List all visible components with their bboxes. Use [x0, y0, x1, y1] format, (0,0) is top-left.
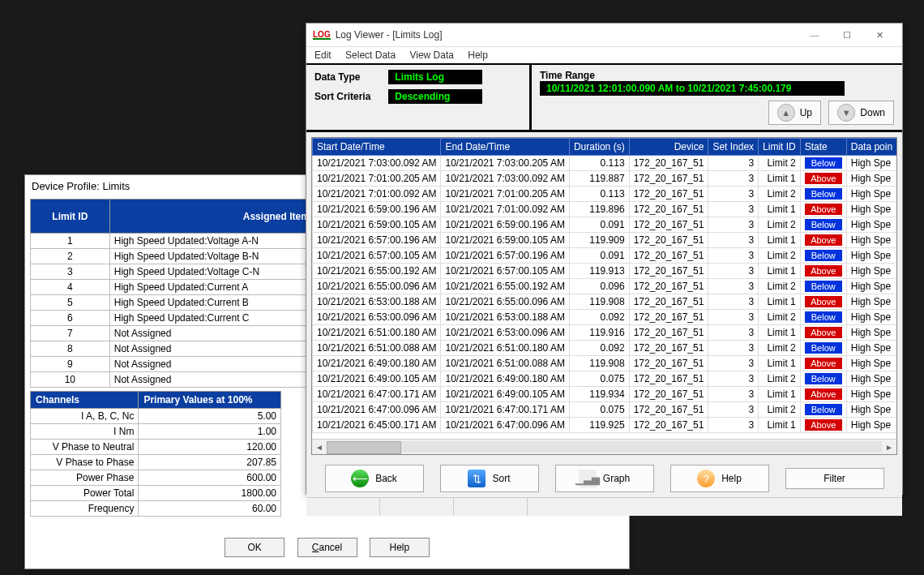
- channels-row[interactable]: V Phase to Neutral120.00: [31, 440, 281, 455]
- state-badge: Below: [805, 342, 842, 354]
- menu-select-data[interactable]: Select Data: [345, 49, 396, 61]
- log-row[interactable]: 10/21/2021 6:51:00.088 AM10/21/2021 6:51…: [313, 341, 897, 356]
- state-badge: Above: [805, 234, 842, 246]
- toolbar-help-button[interactable]: ? Help: [670, 465, 769, 492]
- state-badge: Above: [805, 419, 842, 431]
- time-range-value: 10/11/2021 12:01:00.090 AM to 10/21/2021…: [540, 81, 845, 96]
- sort-criteria-value: Descending: [388, 89, 482, 104]
- col-start[interactable]: Start Date/Time: [313, 139, 441, 156]
- col-data-point[interactable]: Data poin: [846, 139, 896, 156]
- down-label: Down: [860, 107, 885, 118]
- log-row[interactable]: 10/21/2021 6:51:00.180 AM10/21/2021 6:53…: [313, 325, 897, 341]
- menubar: Edit Select Data View Data Help: [306, 47, 902, 65]
- state-badge: Above: [805, 327, 842, 338]
- state-badge: Above: [805, 388, 842, 400]
- scroll-thumb[interactable]: [327, 441, 401, 454]
- log-viewer-window: LOG Log Viewer - [Limits Log] — ☐ ✕ Edit…: [306, 23, 903, 495]
- col-channels[interactable]: Channels: [31, 392, 139, 409]
- scroll-right-icon[interactable]: ►: [882, 443, 896, 452]
- channels-row[interactable]: Frequency60.00: [31, 501, 281, 517]
- cancel-button[interactable]: CCancelancel: [297, 538, 357, 557]
- back-button[interactable]: ⟵ Back: [325, 465, 424, 492]
- col-device[interactable]: Device: [629, 139, 708, 156]
- menu-edit[interactable]: Edit: [314, 49, 332, 61]
- log-row[interactable]: 10/21/2021 6:57:00.105 AM10/21/2021 6:57…: [313, 248, 897, 264]
- state-badge: Below: [805, 157, 842, 169]
- log-row[interactable]: 10/21/2021 7:01:00.205 AM10/21/2021 7:03…: [313, 171, 897, 187]
- log-row[interactable]: 10/21/2021 6:47:00.096 AM10/21/2021 6:47…: [313, 402, 897, 418]
- ok-button[interactable]: OK: [225, 538, 284, 557]
- channels-row[interactable]: I Nm1.00: [31, 424, 281, 440]
- state-badge: Below: [805, 311, 842, 323]
- titlebar: LOG Log Viewer - [Limits Log] — ☐ ✕: [306, 24, 902, 47]
- data-type-label: Data Type: [314, 71, 386, 83]
- log-row[interactable]: 10/21/2021 6:49:00.105 AM10/21/2021 6:49…: [313, 371, 897, 387]
- channels-row[interactable]: Power Total1800.00: [31, 486, 281, 501]
- log-row[interactable]: 10/21/2021 6:45:00.171 AM10/21/2021 6:47…: [313, 418, 897, 433]
- state-badge: Above: [805, 265, 842, 277]
- up-label: Up: [800, 107, 812, 118]
- state-badge: Above: [805, 296, 842, 307]
- state-badge: Above: [805, 173, 842, 184]
- filter-button[interactable]: Filter: [785, 468, 884, 489]
- close-icon[interactable]: ✕: [863, 30, 896, 41]
- sort-button[interactable]: ⇅ Sort: [440, 465, 539, 492]
- col-duration[interactable]: Duration (s): [569, 139, 629, 156]
- data-type-value: Limits Log: [388, 70, 482, 84]
- state-badge: Below: [805, 188, 842, 200]
- log-row[interactable]: 10/21/2021 6:47:00.171 AM10/21/2021 6:49…: [313, 387, 897, 402]
- log-row[interactable]: 10/21/2021 6:53:00.188 AM10/21/2021 6:55…: [313, 294, 897, 310]
- state-badge: Below: [805, 404, 842, 415]
- log-row[interactable]: 10/21/2021 6:49:00.180 AM10/21/2021 6:51…: [313, 356, 897, 371]
- help-button[interactable]: Help: [370, 538, 430, 557]
- menu-view-data[interactable]: View Data: [409, 49, 453, 61]
- log-row[interactable]: 10/21/2021 6:55:00.096 AM10/21/2021 6:55…: [313, 279, 897, 294]
- graph-icon: ▁▃▅: [579, 470, 597, 487]
- log-row[interactable]: 10/21/2021 6:53:00.096 AM10/21/2021 6:53…: [313, 310, 897, 325]
- scroll-track[interactable]: [327, 441, 882, 453]
- channels-row[interactable]: I A, B, C, Nc5.00: [31, 409, 281, 424]
- channels-table: Channels Primary Values at 100% I A, B, …: [30, 391, 281, 517]
- state-badge: Below: [805, 373, 842, 384]
- statusbar: [306, 497, 902, 516]
- col-limit-id[interactable]: Limit ID: [759, 139, 801, 156]
- up-button[interactable]: ▲ Up: [768, 101, 821, 125]
- down-button[interactable]: ▼ Down: [828, 101, 894, 125]
- col-end[interactable]: End Date/Time: [441, 139, 569, 156]
- help-icon: ?: [697, 470, 715, 487]
- arrow-up-icon: ▲: [777, 104, 795, 122]
- log-grid[interactable]: Start Date/Time End Date/Time Duration (…: [312, 138, 897, 433]
- horizontal-scrollbar[interactable]: ◄ ►: [312, 439, 896, 454]
- sort-icon: ⇅: [468, 470, 486, 487]
- back-arrow-icon: ⟵: [351, 470, 369, 487]
- col-primary-values[interactable]: Primary Values at 100%: [139, 392, 281, 409]
- state-badge: Below: [805, 219, 842, 230]
- channels-row[interactable]: V Phase to Phase207.85: [31, 455, 281, 470]
- log-grid-container: Start Date/Time End Date/Time Duration (…: [311, 137, 897, 455]
- minimize-icon[interactable]: —: [798, 30, 831, 40]
- window-title: Log Viewer - [Limits Log]: [336, 29, 443, 41]
- menu-help[interactable]: Help: [468, 49, 488, 61]
- col-set-index[interactable]: Set Index: [708, 139, 759, 156]
- col-state[interactable]: State: [800, 139, 846, 156]
- channels-row[interactable]: Power Phase600.00: [31, 470, 281, 486]
- time-range-label: Time Range: [540, 70, 611, 81]
- log-row[interactable]: 10/21/2021 6:55:00.192 AM10/21/2021 6:57…: [313, 264, 897, 279]
- log-row[interactable]: 10/21/2021 6:57:00.196 AM10/21/2021 6:59…: [313, 233, 897, 248]
- graph-button[interactable]: ▁▃▅ Graph: [555, 465, 654, 492]
- state-badge: Above: [805, 358, 842, 369]
- log-row[interactable]: 10/21/2021 7:01:00.092 AM10/21/2021 7:01…: [313, 187, 897, 202]
- dialog-buttons: OK CCancelancel Help: [25, 538, 629, 557]
- scroll-left-icon[interactable]: ◄: [312, 443, 327, 452]
- log-row[interactable]: 10/21/2021 6:59:00.196 AM10/21/2021 7:01…: [313, 202, 897, 217]
- arrow-down-icon: ▼: [837, 104, 855, 122]
- log-row[interactable]: 10/21/2021 7:03:00.092 AM10/21/2021 7:03…: [313, 156, 897, 171]
- bottom-toolbar: ⟵ Back ⇅ Sort ▁▃▅ Graph ? Help Filter: [306, 460, 902, 497]
- maximize-icon[interactable]: ☐: [831, 30, 863, 41]
- log-row[interactable]: 10/21/2021 6:59:00.105 AM10/21/2021 6:59…: [313, 217, 897, 233]
- col-limit-id[interactable]: Limit ID: [31, 200, 110, 234]
- filter-strip: Data Type Limits Log Sort Criteria Desce…: [306, 65, 902, 132]
- state-badge: Below: [805, 250, 842, 261]
- sort-criteria-label: Sort Criteria: [314, 91, 386, 102]
- state-badge: Above: [805, 204, 842, 215]
